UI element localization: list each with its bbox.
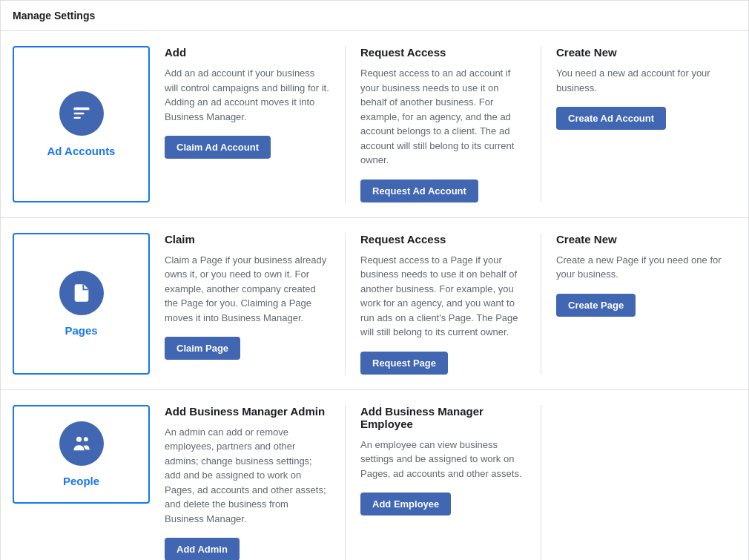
claim-ad-account-button[interactable]: Claim Ad Account bbox=[165, 136, 271, 159]
ad-accounts-col-2: Create New You need a new ad account for… bbox=[541, 46, 736, 202]
pages-col-2-desc: Create a new Page if you need one for yo… bbox=[556, 253, 722, 282]
ad-accounts-col-2-desc: You need a new ad account for your busin… bbox=[556, 66, 722, 95]
people-col-1: Add Business Manager Employee An employe… bbox=[345, 405, 541, 561]
ad-accounts-col-2-heading: Create New bbox=[556, 46, 722, 59]
people-col-0-desc: An admin can add or remove employees, pa… bbox=[165, 425, 330, 527]
svg-rect-0 bbox=[73, 108, 89, 111]
add-admin-button[interactable]: Add Admin bbox=[165, 538, 240, 560]
pages-col-2: Create New Create a new Page if you need… bbox=[541, 233, 736, 375]
svg-rect-2 bbox=[73, 116, 80, 118]
pages-col-1: Request Access Request access to a Page … bbox=[345, 233, 541, 375]
people-col-1-desc: An employee can view business settings a… bbox=[360, 438, 526, 481]
pages-col-0-desc: Claim a Page if your business already ow… bbox=[165, 253, 330, 326]
ad-accounts-icon-circle bbox=[59, 91, 104, 136]
sections-wrapper: Ad Accounts Add Add an ad account if you… bbox=[1, 31, 748, 560]
create-page-button[interactable]: Create Page bbox=[556, 294, 636, 317]
section-people: People Add Business Manager Admin An adm… bbox=[1, 390, 748, 561]
people-icon-block: People bbox=[13, 405, 150, 504]
page-container: Manage Settings Ad Accounts Add Add an a… bbox=[0, 0, 749, 560]
add-employee-button[interactable]: Add Employee bbox=[360, 493, 451, 515]
people-col-0: Add Business Manager Admin An admin can … bbox=[165, 405, 345, 561]
ad-accounts-col-0: Add Add an ad account if your business w… bbox=[165, 46, 345, 202]
pages-label: Pages bbox=[65, 324, 97, 337]
people-columns: Add Business Manager Admin An admin can … bbox=[165, 405, 736, 561]
svg-rect-1 bbox=[73, 113, 84, 114]
pages-col-0-heading: Claim bbox=[165, 233, 330, 246]
people-label: People bbox=[63, 475, 99, 487]
page-header: Manage Settings bbox=[1, 1, 748, 31]
svg-point-6 bbox=[83, 437, 88, 441]
section-ad-accounts: Ad Accounts Add Add an ad account if you… bbox=[1, 31, 748, 218]
ad-accounts-col-1-desc: Request access to an ad account if your … bbox=[360, 66, 526, 168]
ad-accounts-col-0-desc: Add an ad account if your business will … bbox=[165, 66, 330, 124]
section-pages: Pages Claim Claim a Page if your busines… bbox=[1, 218, 748, 390]
ad-accounts-label: Ad Accounts bbox=[47, 145, 116, 157]
pages-icon-circle bbox=[59, 271, 104, 315]
request-ad-account-button[interactable]: Request Ad Account bbox=[360, 179, 478, 202]
people-icon-circle bbox=[59, 421, 104, 466]
pages-columns: Claim Claim a Page if your business alre… bbox=[165, 233, 736, 375]
request-page-button[interactable]: Request Page bbox=[360, 352, 448, 375]
pages-col-2-heading: Create New bbox=[556, 233, 722, 246]
pages-col-1-heading: Request Access bbox=[360, 233, 526, 246]
people-col-1-heading: Add Business Manager Employee bbox=[360, 405, 526, 430]
ad-accounts-icon bbox=[71, 103, 92, 124]
people-col-2-empty bbox=[541, 405, 736, 561]
create-ad-account-button[interactable]: Create Ad Account bbox=[556, 107, 666, 130]
people-icon bbox=[71, 433, 92, 454]
pages-col-0: Claim Claim a Page if your business alre… bbox=[165, 233, 345, 375]
pages-col-1-desc: Request access to a Page if your busines… bbox=[360, 253, 526, 340]
page-title: Manage Settings bbox=[13, 10, 736, 22]
people-col-0-heading: Add Business Manager Admin bbox=[165, 405, 330, 418]
pages-icon bbox=[71, 283, 92, 303]
ad-accounts-col-1-heading: Request Access bbox=[360, 46, 526, 59]
ad-accounts-columns: Add Add an ad account if your business w… bbox=[165, 46, 736, 202]
ad-accounts-col-1: Request Access Request access to an ad a… bbox=[345, 46, 541, 202]
pages-icon-block: Pages bbox=[13, 233, 150, 375]
ad-accounts-icon-block: Ad Accounts bbox=[13, 46, 150, 202]
ad-accounts-col-0-heading: Add bbox=[165, 46, 330, 59]
svg-point-5 bbox=[76, 436, 82, 441]
claim-page-button[interactable]: Claim Page bbox=[165, 337, 240, 360]
